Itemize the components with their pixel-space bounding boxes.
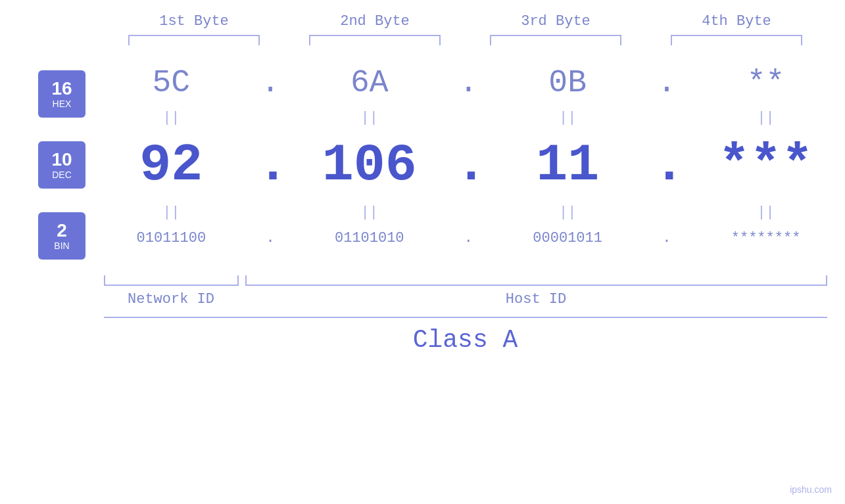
bracket-network	[104, 275, 239, 286]
dec-cell-3: 11	[495, 135, 640, 195]
dec-badge-number: 10	[51, 150, 72, 170]
dec-val-4: ***	[719, 135, 813, 195]
bracket-top-4	[671, 35, 802, 45]
network-id-label: Network ID	[104, 291, 239, 308]
eq2-1: ||	[99, 204, 243, 221]
byte-label-4: 4th Byte	[664, 13, 809, 30]
bin-badge-number: 2	[57, 221, 67, 241]
hex-val-2: 6A	[350, 65, 389, 101]
byte-label-2: 2nd Byte	[302, 13, 447, 30]
top-brackets	[104, 35, 827, 45]
bracket-host	[245, 275, 827, 286]
bin-cell-1: 01011100	[99, 230, 243, 246]
hex-dot-2: .	[455, 65, 481, 101]
dec-val-2: 106	[322, 135, 417, 195]
class-section: Class A	[104, 317, 827, 354]
dec-badge: 10 DEC	[38, 141, 85, 189]
hex-badge-name: HEX	[53, 99, 72, 109]
byte-labels-row: 1st Byte 2nd Byte 3rd Byte 4th Byte	[104, 13, 827, 30]
values-grid: 5C . 6A . 0B . ** || ||	[92, 58, 845, 271]
main-container: 1st Byte 2nd Byte 3rd Byte 4th Byte 16 H…	[0, 0, 845, 504]
eq1-3: ||	[495, 110, 640, 126]
bin-val-2: 01101010	[335, 230, 404, 246]
byte-label-1: 1st Byte	[122, 13, 266, 30]
hex-badge-number: 16	[51, 79, 72, 99]
dec-cell-1: 92	[99, 135, 243, 195]
bin-cell-3: 00001011	[495, 230, 640, 246]
hex-dot-1: .	[257, 65, 283, 101]
dec-val-1: 92	[139, 135, 203, 195]
id-labels: Network ID Host ID	[104, 291, 827, 308]
eq2-2: ||	[297, 204, 442, 221]
bin-dot-3: .	[654, 230, 680, 246]
hex-badge: 16 HEX	[38, 70, 85, 118]
dec-cell-2: 106	[297, 135, 442, 195]
equals-row-2: || || || ||	[92, 202, 845, 223]
bracket-top-1	[128, 35, 260, 45]
watermark: ipshu.com	[790, 484, 832, 495]
dec-dot-1: .	[257, 135, 283, 195]
dec-dot-2: .	[455, 135, 481, 195]
badges-column: 16 HEX 10 DEC 2 BIN	[0, 58, 92, 271]
eq1-2: ||	[297, 110, 442, 126]
hex-val-3: 0B	[548, 65, 587, 101]
content-area: 16 HEX 10 DEC 2 BIN 5C . 6A	[0, 58, 845, 271]
bin-row: 01011100 . 01101010 . 00001011 . *******…	[92, 223, 845, 253]
bin-cell-2: 01101010	[297, 230, 442, 246]
bin-dot-1: .	[257, 230, 283, 246]
host-id-label: Host ID	[245, 291, 827, 308]
bin-dot-2: .	[455, 230, 481, 246]
dec-cell-4: ***	[694, 135, 838, 195]
bracket-top-3	[490, 35, 621, 45]
bracket-top-2	[309, 35, 441, 45]
hex-cell-4: **	[694, 65, 838, 101]
bottom-section: Network ID Host ID	[104, 275, 827, 308]
eq2-4: ||	[694, 204, 838, 221]
dec-val-3: 11	[536, 135, 599, 195]
byte-label-3: 3rd Byte	[483, 13, 628, 30]
dec-badge-name: DEC	[52, 170, 72, 180]
class-label: Class A	[413, 326, 518, 354]
eq1-4: ||	[694, 110, 838, 126]
hex-dot-3: .	[654, 65, 680, 101]
hex-row: 5C . 6A . 0B . **	[92, 58, 845, 107]
eq2-3: ||	[495, 204, 640, 221]
hex-val-1: 5C	[153, 65, 191, 101]
bin-badge: 2 BIN	[38, 212, 85, 260]
equals-row-1: || || || ||	[92, 107, 845, 129]
bin-badge-name: BIN	[54, 241, 69, 251]
bin-cell-4: ********	[694, 230, 838, 246]
bin-val-4: ********	[731, 230, 801, 246]
hex-val-4: **	[747, 65, 785, 101]
hex-cell-2: 6A	[297, 65, 442, 101]
bin-val-1: 01011100	[137, 230, 206, 246]
eq1-1: ||	[99, 110, 243, 126]
hex-cell-3: 0B	[495, 65, 640, 101]
dec-row: 92 . 106 . 11 . ***	[92, 129, 845, 202]
dec-dot-3: .	[654, 135, 680, 195]
bin-val-3: 00001011	[533, 230, 602, 246]
bottom-brackets	[104, 275, 827, 286]
hex-cell-1: 5C	[99, 65, 243, 101]
